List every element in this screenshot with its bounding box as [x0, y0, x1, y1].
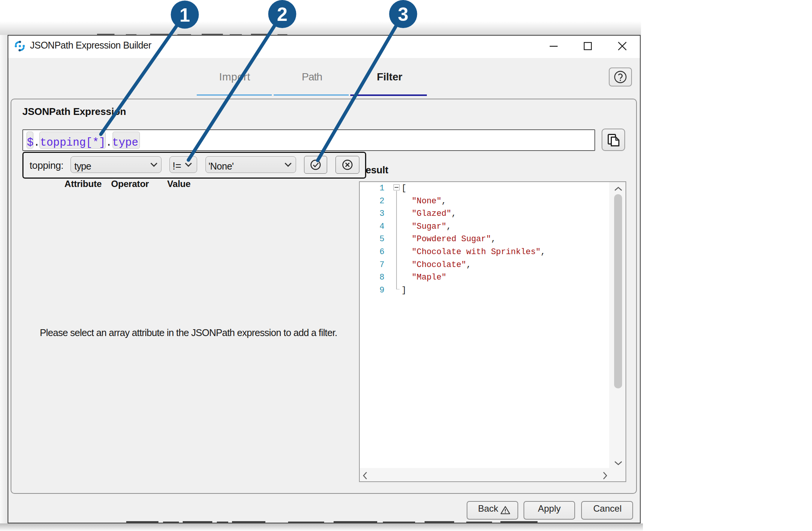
svg-text:3: 3: [398, 4, 409, 25]
svg-text:2: 2: [277, 4, 288, 25]
svg-text:1: 1: [180, 5, 190, 26]
